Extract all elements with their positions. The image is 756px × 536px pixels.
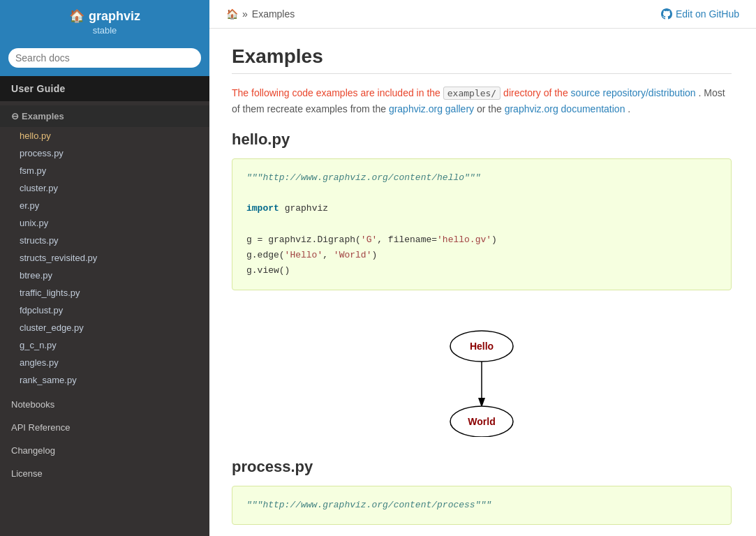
user-guide-header[interactable]: User Guide [0,76,209,101]
breadcrumb: 🏠 » Examples [226,8,295,20]
sidebar-item-hello[interactable]: hello.py [0,127,209,144]
sidebar-version: stable [11,25,198,36]
diagram-container: Hello World [232,304,732,458]
sidebar-item-notebooks[interactable]: Notebooks [0,393,209,416]
code-close-paren2: ) [371,250,377,260]
intro-link-gallery[interactable]: graphviz.org gallery [389,103,474,114]
code-line-1: """http://www.graphviz.org/content/hello… [246,170,717,186]
intro-link-docs[interactable]: graphviz.org documentation [505,103,625,114]
code-edge-sep: , [323,250,334,260]
page-title: Examples [232,45,732,74]
sidebar-item-gcn[interactable]: g_c_n.py [0,336,209,354]
toggle-icon: ⊖ [11,111,19,121]
hello-world-diagram: Hello World [412,318,551,437]
inline-code-examples: examples/ [443,87,501,100]
code-line-blank1 [246,186,717,201]
code-keyword-import: import [246,203,279,214]
code-view-call: g.view() [246,265,290,276]
code-line-blank2 [246,216,717,232]
home-breadcrumb-icon: 🏠 [226,8,238,20]
code-edge-call: g.edge( [246,250,285,260]
intro-middle1: directory of the [503,87,571,98]
topbar: 🏠 » Examples Edit on GitHub [209,0,756,29]
content-area: Examples The following code examples are… [209,29,754,536]
github-icon [661,8,672,20]
sidebar-item-unix[interactable]: unix.py [0,214,209,232]
home-icon: 🏠 [69,8,84,24]
sidebar-item-fsm[interactable]: fsm.py [0,162,209,179]
sidebar-item-fdpclust[interactable]: fdpclust.py [0,302,209,319]
hello-code-block: """http://www.graphviz.org/content/hello… [232,158,732,290]
main-content: 🏠 » Examples Edit on GitHub Examples The… [209,0,756,536]
sidebar-item-cluster[interactable]: cluster.py [0,179,209,197]
code-module-graphviz: graphviz [285,203,328,214]
code-line-edge: g.edge('Hello', 'World') [246,248,717,263]
edit-github-label: Edit on GitHub [676,8,739,20]
sidebar-item-structs[interactable]: structs.py [0,232,209,249]
sidebar-item-btree[interactable]: btree.py [0,267,209,284]
breadcrumb-home-link[interactable]: 🏠 [226,8,238,20]
sidebar-item-angles[interactable]: angles.py [0,354,209,371]
logo-text: graphviz [89,9,140,24]
sidebar-header: 🏠 graphviz stable [0,0,209,43]
intro-paragraph: The following code examples are included… [232,85,732,117]
code-close-paren1: ) [491,234,497,245]
breadcrumb-current: Examples [252,8,295,20]
sidebar-item-changelog[interactable]: Changelog [0,439,209,462]
code-line-digraph: g = graphviz.Digraph('G', filename='hell… [246,232,717,248]
intro-suffix: . [628,103,630,114]
svg-text:World: World [468,416,495,427]
process-code-line-1: """http://www.graphviz.org/content/proce… [246,498,717,513]
sidebar: 🏠 graphviz stable User Guide ⊖ Examples … [0,0,209,536]
search-box [0,43,209,76]
svg-text:Hello: Hello [470,341,494,352]
process-code-block: """http://www.graphviz.org/content/proce… [232,486,732,525]
breadcrumb-separator: » [242,8,248,20]
search-input[interactable] [8,48,201,68]
sidebar-bottom: Notebooks API Reference Changelog Licens… [0,393,209,485]
intro-link-source[interactable]: source repository/distribution [571,87,696,98]
code-edge-hello: 'Hello' [285,250,323,260]
sidebar-item-traffic-lights[interactable]: traffic_lights.py [0,284,209,302]
sidebar-item-cluster-edge[interactable]: cluster_edge.py [0,319,209,336]
sidebar-item-api-reference[interactable]: API Reference [0,416,209,439]
code-edge-world: 'World' [334,250,372,260]
sidebar-logo[interactable]: 🏠 graphviz [11,8,198,24]
sidebar-item-license[interactable]: License [0,462,209,485]
code-line-view: g.view() [246,263,717,278]
code-arg-G: 'G' [361,234,377,245]
code-line-import: import graphviz [246,201,717,216]
examples-label: Examples [22,111,64,121]
examples-section-toggle[interactable]: ⊖ Examples [0,105,209,127]
sidebar-item-rank-same[interactable]: rank_same.py [0,371,209,389]
sidebar-item-process[interactable]: process.py [0,144,209,162]
code-filename-key: , filename= [377,234,437,245]
intro-middle3: or the [477,103,505,114]
intro-prefix: The following code examples are included… [232,87,443,98]
code-var-g: g = graphviz.Digraph( [246,234,361,245]
code-arg-filename: 'hello.gv' [437,234,491,245]
edit-github-link[interactable]: Edit on GitHub [661,8,739,20]
sidebar-item-er[interactable]: er.py [0,197,209,214]
sidebar-nav: ⊖ Examples hello.py process.py fsm.py cl… [0,101,209,393]
hello-section-title: hello.py [232,131,732,149]
process-section-title: process.py [232,458,732,476]
sidebar-item-structs-revisited[interactable]: structs_revisited.py [0,249,209,267]
